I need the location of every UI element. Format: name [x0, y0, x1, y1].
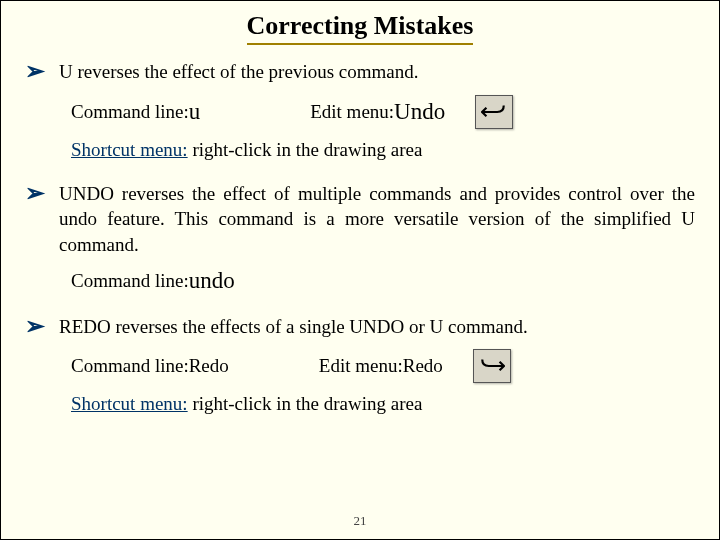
cmdline-label: Command line: [71, 355, 189, 377]
redo-row-cmd: Command line: Redo Edit menu: Redo [71, 349, 695, 383]
bullet-redo-text: REDO reverses the effects of a single UN… [59, 314, 695, 340]
editmenu-value: Undo [394, 99, 445, 125]
undo-row-cmd: Command line: undo [71, 268, 695, 294]
undo-icon [475, 95, 513, 129]
u-lead: U [59, 61, 73, 82]
cmdline-value: undo [189, 268, 235, 294]
shortcut-label: Shortcut menu: [71, 393, 188, 414]
redo-body: reverses the effects of a single UNDO or… [111, 316, 528, 337]
u-body: reverses the effect of the previous comm… [73, 61, 419, 82]
slide: Correcting Mistakes ➢ U reverses the eff… [0, 0, 720, 540]
undo-lead: UNDO [59, 183, 114, 204]
title-wrap: Correcting Mistakes [25, 9, 695, 45]
redo-lead: REDO [59, 316, 111, 337]
bullet-redo: ➢ REDO reverses the effects of a single … [25, 314, 695, 340]
undo-body: reverses the effect of multiple commands… [59, 183, 695, 255]
redo-row-shortcut: Shortcut menu: right-click in the drawin… [71, 393, 695, 415]
section-undo: ➢ UNDO reverses the effect of multiple c… [25, 181, 695, 294]
section-redo: ➢ REDO reverses the effects of a single … [25, 314, 695, 416]
shortcut-body: right-click in the drawing area [188, 393, 423, 414]
section-u: ➢ U reverses the effect of the previous … [25, 59, 695, 161]
u-row-cmd: Command line: u Edit menu: Undo [71, 95, 695, 129]
redo-icon [473, 349, 511, 383]
bullet-u: ➢ U reverses the effect of the previous … [25, 59, 695, 85]
page-title: Correcting Mistakes [247, 9, 474, 45]
page-number: 21 [1, 513, 719, 529]
shortcut-label: Shortcut menu: [71, 139, 188, 160]
bullet-undo-text: UNDO reverses the effect of multiple com… [59, 181, 695, 258]
arrow-icon: ➢ [25, 314, 45, 338]
editmenu-value: Redo [403, 355, 443, 377]
cmdline-value: Redo [189, 355, 229, 377]
cmdline-value: u [189, 99, 201, 125]
cmdline-label: Command line: [71, 270, 189, 292]
cmdline-label: Command line: [71, 101, 189, 123]
bullet-u-text: U reverses the effect of the previous co… [59, 59, 695, 85]
arrow-icon: ➢ [25, 59, 45, 83]
arrow-icon: ➢ [25, 181, 45, 205]
bullet-undo: ➢ UNDO reverses the effect of multiple c… [25, 181, 695, 258]
editmenu-label: Edit menu: [310, 101, 394, 123]
u-row-shortcut: Shortcut menu: right-click in the drawin… [71, 139, 695, 161]
shortcut-body: right-click in the drawing area [188, 139, 423, 160]
editmenu-label: Edit menu: [319, 355, 403, 377]
